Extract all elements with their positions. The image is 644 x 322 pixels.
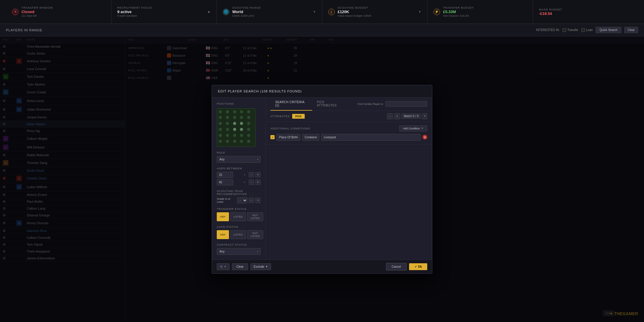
pitch-position-dot[interactable] — [226, 128, 229, 131]
contract-status-label: CONTRACT STATUS — [217, 243, 261, 246]
pitch-position-dot[interactable] — [240, 110, 243, 113]
pitch-position-dot[interactable] — [219, 128, 222, 131]
pitch-position-dot[interactable] — [247, 140, 250, 143]
pitch-grid[interactable] — [217, 108, 256, 147]
loan-notlisted-btn[interactable]: Not Listed — [247, 230, 263, 239]
additional-conditions-section: ADDITIONAL CONDITIONS Add Condition ▼ ✓ — [266, 122, 432, 145]
age-max-plus[interactable]: + — [255, 179, 261, 185]
pitch-position-dot[interactable] — [247, 110, 250, 113]
grade-plus[interactable]: + — [255, 198, 261, 203]
age-section: AGED BETWEEN 15 − + — [217, 167, 261, 185]
transfer-status-section: TRANSFER STATUS Any Listed Not Listed — [217, 208, 261, 221]
pitch-position-dot[interactable] — [219, 134, 222, 137]
grade-select[interactable]: - — [237, 197, 247, 203]
scouting-budget-sub: Initial season budget: £360K — [338, 14, 372, 17]
pitch-position-dot[interactable] — [233, 116, 236, 119]
condition-remove-btn[interactable]: ✕ — [422, 135, 427, 140]
modal-tabs: Search Criteria (1) Pick Attributes — [266, 97, 353, 111]
match-plus-btn[interactable]: + — [394, 113, 400, 119]
tabs-find-row: Search Criteria (1) Pick Attributes Find… — [266, 97, 432, 111]
match-minus-btn[interactable]: − — [387, 113, 393, 119]
footer-gear-button[interactable]: ⚙ ▼ — [217, 263, 230, 270]
pitch-position-dot[interactable] — [219, 116, 222, 119]
tab-search-criteria[interactable]: Search Criteria (1) — [270, 97, 312, 111]
transfer-notlisted-btn[interactable]: Not Listed — [247, 212, 263, 221]
condition-op-select[interactable]: Contains — [302, 134, 319, 141]
modal-left-panel: POSITIONS ROLE Any — [212, 97, 266, 260]
clear-top-button[interactable]: Clear — [624, 27, 638, 33]
pitch-position-dot[interactable] — [240, 122, 243, 125]
pick-button[interactable]: Pick — [292, 114, 305, 119]
recruitment-focus-section[interactable]: RECRUITMENT FOCUS 9 active 0 top/0 stand… — [112, 0, 217, 24]
transfer-window-label: TRANSFER WINDOW — [21, 6, 53, 9]
pitch-position-dot[interactable] — [247, 128, 250, 131]
loan-listed-btn[interactable]: Listed — [230, 230, 246, 239]
condition-field-select[interactable]: Place Of Birth — [276, 134, 300, 141]
pitch-position-dot[interactable] — [226, 110, 229, 113]
contract-select-wrapper: Any — [217, 248, 261, 255]
transfer-window-status: Closed — [21, 10, 53, 14]
footer-clear-button[interactable]: Clear — [232, 263, 248, 270]
pitch-position-dot[interactable] — [226, 122, 229, 125]
transfer-budget-label: TRANSFER BUDGET — [443, 6, 474, 9]
pitch-position-dot[interactable] — [233, 134, 236, 137]
secondary-bar: PLAYERS IN RANGE INTERESTED IN: Transfer… — [0, 24, 644, 36]
pitch-position-dot[interactable] — [247, 122, 250, 125]
footer-exclude-button[interactable]: Exclude ▼ — [250, 263, 271, 270]
transfer-checkbox-item[interactable]: Transfer — [563, 28, 578, 32]
pitch-position-dot[interactable] — [247, 134, 250, 137]
scouting-budget-icon: £ — [328, 9, 335, 15]
pitch-position-dot[interactable] — [233, 110, 236, 113]
main-content: POS INF NAME Trent Alexander-Arnold Curt… — [0, 36, 644, 322]
positions-label: POSITIONS — [217, 102, 261, 105]
pitch-position-dot[interactable] — [226, 116, 229, 119]
scouting-range-sub: £360K (£30K p/m) — [232, 14, 261, 17]
transfer-listed-btn[interactable]: Listed — [230, 212, 246, 221]
find-similar-label: Find Similar Player to — [357, 103, 383, 106]
transfer-checkbox[interactable] — [563, 28, 566, 32]
pitch-position-dot[interactable] — [233, 122, 236, 125]
loan-checkbox[interactable] — [581, 28, 585, 32]
scouting-budget-arrow: ▼ — [418, 10, 421, 13]
loan-any-btn[interactable]: Any — [217, 230, 229, 239]
contract-select[interactable]: Any — [217, 248, 261, 255]
pitch-position-dot[interactable] — [240, 128, 243, 131]
pitch-position-dot[interactable] — [219, 122, 222, 125]
cancel-button[interactable]: Cancel — [386, 263, 407, 270]
age-min-minus[interactable]: − — [249, 172, 254, 177]
pitch-position-dot[interactable] — [226, 134, 229, 137]
age-max-minus[interactable]: − — [249, 179, 254, 185]
match-dropdown-arrow[interactable]: ▼ — [422, 113, 427, 119]
pitch-position-dot[interactable] — [240, 140, 243, 143]
condition-checkbox[interactable]: ✓ — [270, 135, 275, 139]
wage-budget-section: WAGE BUDGET -£18.54 — [533, 0, 638, 24]
loan-status-label: LOAN STATUS — [217, 225, 261, 228]
ok-button[interactable]: ✓ Ok — [409, 263, 427, 270]
condition-field-wrapper: Place Of Birth ▼ — [276, 134, 300, 141]
pitch-position-dot[interactable] — [240, 134, 243, 137]
pitch-position-dot[interactable] — [219, 110, 222, 113]
condition-value-input[interactable] — [321, 134, 421, 141]
pitch-position-dot[interactable] — [247, 116, 250, 119]
scouting-range-section[interactable]: 🌐 SCOUTING RANGE World £360K (£30K p/m) … — [217, 0, 322, 24]
add-condition-button[interactable]: Add Condition ▼ — [399, 126, 427, 131]
quick-search-button[interactable]: Quick Search — [596, 27, 621, 33]
age-min-select[interactable]: 15 — [217, 172, 233, 178]
transfer-any-btn[interactable]: Any — [217, 212, 229, 221]
pitch-position-dot[interactable] — [233, 128, 236, 131]
recruitment-focus-sub: 0 top/0 standard — [117, 14, 152, 17]
tab-pick-attributes[interactable]: Pick Attributes — [312, 97, 348, 111]
loan-checkbox-item[interactable]: Loan — [581, 28, 593, 32]
pitch-position-dot[interactable] — [233, 140, 236, 143]
find-similar-input[interactable] — [386, 101, 427, 107]
ok-label: Ok — [418, 265, 422, 268]
pitch-position-dot[interactable] — [226, 140, 229, 143]
pitch-position-dot[interactable] — [219, 140, 222, 143]
age-max-select[interactable]: 45 — [217, 179, 233, 185]
age-min-plus[interactable]: + — [255, 172, 261, 177]
recruitment-focus-info: RECRUITMENT FOCUS 9 active 0 top/0 stand… — [117, 6, 152, 17]
additional-cond-label: ADDITIONAL CONDITIONS — [270, 127, 310, 130]
pitch-position-dot[interactable] — [240, 116, 243, 119]
role-select[interactable]: Any — [217, 156, 261, 163]
grade-minus[interactable]: − — [249, 198, 254, 203]
